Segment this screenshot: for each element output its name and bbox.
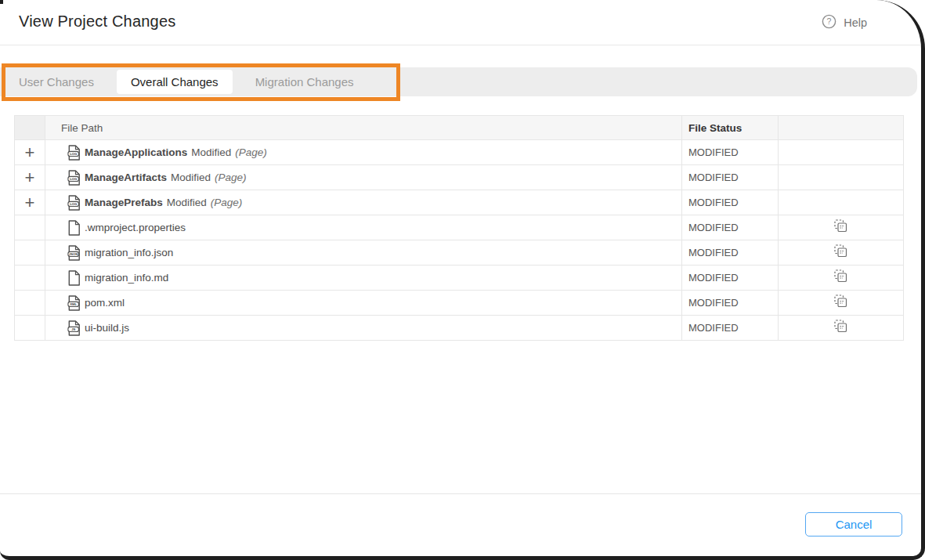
file-path-cell: LOGManageArtifactsModified(Page) [45,165,682,190]
file-path-cell: XMLpom.xml [45,291,682,316]
page-file-icon: LOG [67,145,81,161]
file-name: migration_info.md [85,272,168,284]
file-status-cell: MODIFIED [682,165,779,190]
file-status-cell: MODIFIED [682,266,779,291]
file-icon [67,270,81,286]
expand-icon[interactable]: + [25,144,35,161]
expander-cell [15,291,45,316]
table-row: JSui-build.jsMODIFIED [15,316,904,341]
file-path-cell: LOGManagePrefabsModified(Page) [45,190,682,215]
file-status-cell: MODIFIED [682,215,779,240]
action-cell [779,190,904,215]
expander-cell: + [15,190,45,215]
file-name: ManageArtifacts [85,172,167,183]
file-name: migration_info.json [85,247,173,258]
file-icon: XML [67,295,81,311]
table-row: +LOGManageApplicationsModified(Page)MODI… [15,140,904,165]
modified-label: Modified [171,172,211,183]
file-path-cell: .wmproject.properties [45,215,682,240]
table-row: +LOGManagePrefabsModified(Page)MODIFIED [15,190,904,215]
page-file-icon: LOG [67,195,81,211]
file-icon [67,220,81,236]
svg-text:XML: XML [70,302,77,306]
file-path-cell: LOGManageApplicationsModified(Page) [45,140,682,165]
footer-divider [0,493,921,494]
cancel-button[interactable]: Cancel [805,512,902,537]
header-divider [0,45,921,45]
action-cell [779,291,904,316]
file-path-cell: JSui-build.js [45,316,682,341]
file-icon: JS [67,320,81,336]
svg-text:JS: JS [71,327,75,331]
expander-cell: + [15,140,45,165]
file-status-cell: MODIFIED [682,291,779,316]
dialog-title: View Project Changes [19,13,175,31]
table-header-row: File Path File Status [15,116,904,140]
file-kind-label: (Page) [215,172,247,183]
expander-cell [15,266,45,291]
changes-table: File Path File Status +LOGManageApplicat… [14,115,903,341]
diff-icon[interactable] [833,319,848,334]
action-cell [779,165,904,190]
file-status-cell: MODIFIED [682,190,779,215]
expander-cell [15,215,45,240]
file-kind-label: (Page) [211,197,243,208]
view-project-changes-dialog: View Project Changes ? Help User Changes… [0,0,925,560]
file-path-cell: migration_info.md [45,266,682,291]
diff-icon[interactable] [833,219,848,233]
svg-text:LOG: LOG [70,202,77,206]
file-name: ManageApplications [85,146,187,158]
tab-overall-changes[interactable]: Overall Changes [117,70,233,94]
diff-icon[interactable] [833,244,848,258]
svg-text:?: ? [827,16,832,26]
tab-user-changes[interactable]: User Changes [9,75,103,89]
action-cell [779,140,904,165]
tabbar: User ChangesOverall ChangesMigration Cha… [0,67,917,96]
expander-cell [15,240,45,266]
file-icon: JSON [67,245,81,261]
file-name: ManagePrefabs [85,197,163,208]
action-cell [779,316,904,341]
file-status-cell: MODIFIED [682,140,779,165]
expand-icon[interactable]: + [25,169,35,186]
expander-cell: + [15,165,45,190]
action-cell [779,240,904,266]
page-file-icon: LOG [67,170,81,186]
table-row: .wmproject.propertiesMODIFIED [15,215,904,240]
file-path-cell: JSONmigration_info.json [45,240,682,266]
file-path-column-header: File Path [45,116,682,140]
file-status-cell: MODIFIED [682,316,779,341]
file-name: ui-build.js [85,322,129,334]
help-icon: ? [822,14,836,31]
expander-cell [15,316,45,341]
table-row: +LOGManageArtifactsModified(Page)MODIFIE… [15,165,904,190]
svg-text:JSON: JSON [69,252,78,256]
table-row: JSONmigration_info.jsonMODIFIED [15,240,904,266]
file-status-cell: MODIFIED [682,240,779,266]
diff-icon[interactable] [833,294,848,309]
modified-label: Modified [167,197,207,208]
file-name: pom.xml [85,297,125,309]
table-row: migration_info.mdMODIFIED [15,266,904,291]
help-label: Help [844,16,867,29]
actions-column-header [779,116,904,140]
diff-icon[interactable] [833,269,848,284]
file-status-column-header: File Status [682,116,779,140]
file-kind-label: (Page) [235,146,267,158]
help-button[interactable]: ? Help [822,14,867,31]
action-cell [779,215,904,240]
svg-text:LOG: LOG [70,152,77,156]
file-name: .wmproject.properties [85,222,186,233]
table-body: +LOGManageApplicationsModified(Page)MODI… [15,140,904,341]
expander-column-header [15,116,45,140]
tab-migration-changes[interactable]: Migration Changes [246,75,363,89]
modified-label: Modified [191,146,231,158]
svg-text:LOG: LOG [70,177,77,181]
action-cell [779,266,904,291]
expand-icon[interactable]: + [25,194,35,211]
table-row: XMLpom.xmlMODIFIED [15,291,904,316]
